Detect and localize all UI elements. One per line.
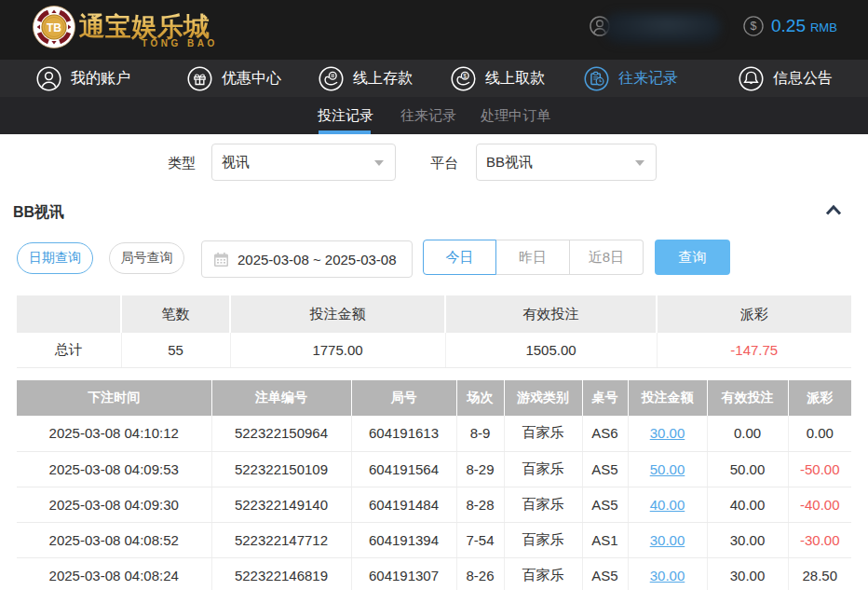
svg-text:$: $ (751, 20, 757, 33)
svg-text:$: $ (463, 72, 467, 78)
svg-text:TB: TB (47, 21, 61, 34)
